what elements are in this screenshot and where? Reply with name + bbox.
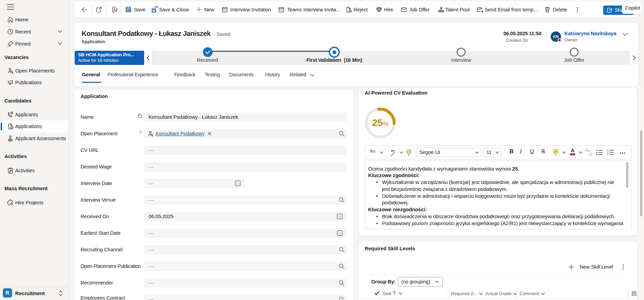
svg-text:3: 3 <box>607 153 608 155</box>
